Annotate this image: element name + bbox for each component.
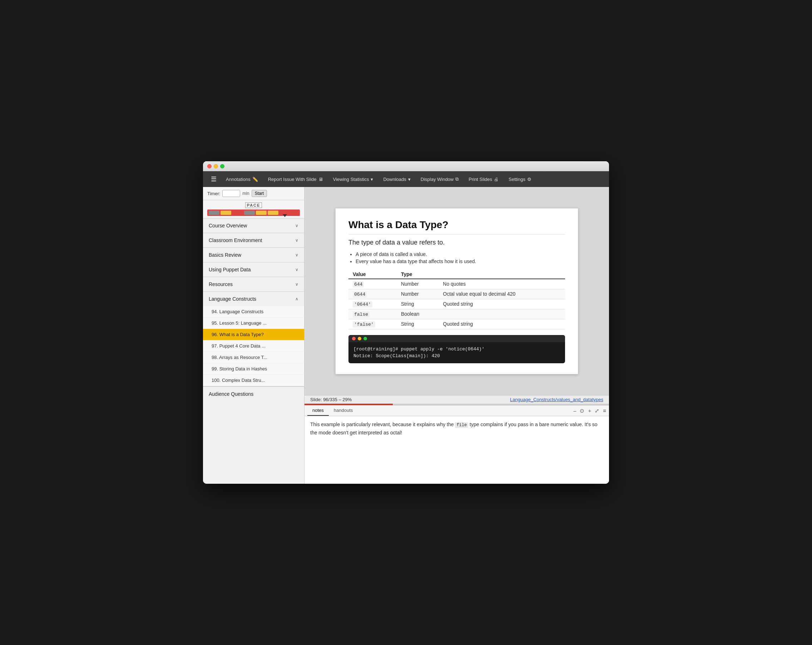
code-value: 'false' <box>353 321 375 327</box>
nav-sub-item-98[interactable]: 98. Arrays as Resource T... <box>203 352 304 363</box>
table-cell-value: '0644' <box>348 299 397 309</box>
tab-handouts[interactable]: handouts <box>329 405 358 416</box>
minimize-button[interactable] <box>214 164 218 168</box>
language-constructs-label: Language Constructs <box>209 296 256 302</box>
terminal-max-icon <box>363 337 367 340</box>
app-window: ☰ Annotations ✏️ Report Issue With Slide… <box>203 161 609 484</box>
pace-block-1 <box>209 211 220 215</box>
terminal-close-icon <box>352 337 356 340</box>
notes-inline-code: file <box>455 422 468 428</box>
audience-questions-section[interactable]: Audience Questions <box>203 387 304 401</box>
table-row: 0644 Number Octal value equal to decimal… <box>348 289 565 299</box>
slide-table: Value Type 644 Number No quotes <box>348 270 565 329</box>
bullet-1: A piece of data is called a value. <box>356 251 565 257</box>
display-window-label: Display Window <box>421 177 453 182</box>
report-issue-menu-item[interactable]: Report Issue With Slide 🖥 <box>264 174 327 184</box>
viewing-stats-menu-item[interactable]: Viewing Statistics ▾ <box>329 174 378 184</box>
nav-section-header-classroom-env[interactable]: Classroom Environment ∨ <box>203 233 304 248</box>
titlebar <box>203 161 609 171</box>
nav-sub-item-94[interactable]: 94. Language Constructs <box>203 306 304 318</box>
notes-content: This example is particularly relevant, b… <box>304 416 609 484</box>
timer-section: Timer: min Start <box>203 187 304 200</box>
language-constructs-chevron-icon: ∧ <box>295 297 298 301</box>
notes-area: notes handouts – ⊙ + ⤢ ≡ This example is… <box>304 405 609 484</box>
using-puppet-label: Using Puppet Data <box>209 267 251 272</box>
nav-section-using-puppet: Using Puppet Data ∨ <box>203 263 304 277</box>
resources-chevron-icon: ∨ <box>295 282 298 287</box>
downloads-menu-item[interactable]: Downloads ▾ <box>379 174 415 184</box>
timer-input[interactable] <box>222 190 240 197</box>
nav-section-header-using-puppet[interactable]: Using Puppet Data ∨ <box>203 263 304 277</box>
table-row: 'false' String Quoted string <box>348 319 565 329</box>
basics-review-label: Basics Review <box>209 252 241 258</box>
table-cell-value: 0644 <box>348 289 397 299</box>
menu-icon[interactable]: ≡ <box>603 408 606 414</box>
nav-section-resources: Resources ∨ <box>203 277 304 292</box>
print-icon: 🖨 <box>494 177 499 182</box>
zoom-in-button[interactable]: + <box>588 408 591 414</box>
notes-controls: – ⊙ + ⤢ ≡ <box>573 408 606 414</box>
table-cell-desc: Quoted string <box>438 319 565 329</box>
pace-block-4 <box>244 211 255 215</box>
nav-section-header-course-overview[interactable]: Course Overview ∨ <box>203 219 304 233</box>
nav-section-basics-review: Basics Review ∨ <box>203 248 304 263</box>
table-cell-type: Number <box>397 289 438 299</box>
nav-section-header-language-constructs[interactable]: Language Constructs ∧ <box>203 292 304 306</box>
classroom-env-label: Classroom Environment <box>209 237 262 243</box>
downloads-chevron-icon: ▾ <box>408 177 411 182</box>
nav-sub-item-97[interactable]: 97. Puppet 4 Core Data ... <box>203 340 304 352</box>
slide-link[interactable]: Language_Constructs/values_and_datatypes <box>510 397 603 402</box>
nav-sub-item-95[interactable]: 95. Lesson 5: Language ... <box>203 318 304 329</box>
hamburger-menu[interactable]: ☰ <box>207 173 220 185</box>
table-row: '0644' String Quoted string <box>348 299 565 309</box>
annotations-label: Annotations <box>226 177 250 182</box>
notes-text-prefix: This example is particularly relevant, b… <box>310 422 455 427</box>
using-puppet-chevron-icon: ∨ <box>295 267 298 272</box>
code-value: '0644' <box>353 301 372 307</box>
display-window-menu-item[interactable]: Display Window ⧉ <box>417 174 463 184</box>
close-button[interactable] <box>207 164 212 168</box>
slide-info: Slide: 96/335 – 29% <box>310 397 352 402</box>
slide-title: What is a Data Type? <box>348 219 565 235</box>
maximize-button[interactable] <box>220 164 224 168</box>
course-overview-label: Course Overview <box>209 223 247 228</box>
nav-section-course-overview: Course Overview ∨ <box>203 219 304 233</box>
pace-block-6 <box>268 211 278 215</box>
viewing-stats-label: Viewing Statistics <box>333 177 369 182</box>
slide-bullets: A piece of data is called a value. Every… <box>356 251 565 264</box>
zoom-out-button[interactable]: – <box>573 408 576 414</box>
timer-start-button[interactable]: Start <box>252 190 267 197</box>
pace-marker <box>279 211 290 215</box>
terminal-body: [root@training]# puppet apply -e 'notice… <box>348 342 565 363</box>
tab-notes[interactable]: notes <box>307 405 329 416</box>
timer-unit: min <box>242 191 249 196</box>
table-cell-type: String <box>397 319 438 329</box>
nav-sub-item-100[interactable]: 100. Complex Data Stru... <box>203 375 304 386</box>
pace-logo: PACE <box>245 202 263 208</box>
zoom-reset-button[interactable]: ⊙ <box>580 408 585 414</box>
table-row: false Boolean <box>348 309 565 319</box>
table-header-value: Value <box>348 270 397 279</box>
nav-section-header-resources[interactable]: Resources ∨ <box>203 277 304 291</box>
table-cell-desc: No quotes <box>438 279 565 289</box>
traffic-lights <box>207 164 224 168</box>
table-cell-value: 644 <box>348 279 397 289</box>
expand-button[interactable]: ⤢ <box>595 408 599 414</box>
main-content: Timer: min Start PACE <box>203 187 609 484</box>
table-cell-desc: Quoted string <box>438 299 565 309</box>
content-area: What is a Data Type? The type of data a … <box>304 187 609 484</box>
settings-menu-item[interactable]: Settings ⚙ <box>504 174 536 184</box>
print-slides-menu-item[interactable]: Print Slides 🖨 <box>464 174 503 184</box>
gear-icon: ⚙ <box>527 177 531 182</box>
pace-block-3 <box>232 211 243 215</box>
print-slides-label: Print Slides <box>469 177 492 182</box>
annotations-menu-item[interactable]: Annotations ✏️ <box>221 174 263 184</box>
table-cell-desc: Octal value equal to decimal 420 <box>438 289 565 299</box>
nav-sub-item-96[interactable]: 96. What is a Data Type? <box>203 329 304 340</box>
nav-section-header-basics-review[interactable]: Basics Review ∨ <box>203 248 304 262</box>
table-cell-type: Number <box>397 279 438 289</box>
nav-scroll: Course Overview ∨ Classroom Environment … <box>203 219 304 484</box>
nav-sub-item-99[interactable]: 99. Storing Data in Hashes <box>203 363 304 375</box>
pace-bar <box>207 209 300 216</box>
code-value: 644 <box>353 281 364 287</box>
